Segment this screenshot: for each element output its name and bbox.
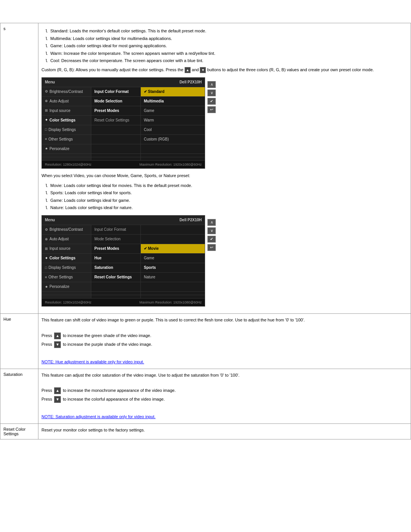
osd-up-button-2[interactable]: ∧: [207, 219, 216, 226]
osd-col2: [91, 135, 141, 144]
osd-col3: Custom (RGB): [141, 135, 205, 144]
osd-col1: ✦ Color Settings: [42, 254, 91, 263]
list-item: Nature: Loads color settings ideal for n…: [45, 204, 408, 211]
list-item: Cool: Decreases the color temperature. T…: [45, 58, 408, 64]
osd-col2: [91, 125, 141, 134]
osd-col1: ⊕ Auto Adjust: [42, 235, 91, 244]
preset-modes-list: Standard: Loads the monitor's default co…: [41, 28, 408, 64]
list-icon: ≡: [45, 275, 47, 280]
osd-col3: [141, 144, 205, 153]
section-content-s: Standard: Loads the monitor's default co…: [38, 23, 411, 314]
osd-col2: Preset Modes: [91, 106, 141, 115]
reset-content: Reset your monitor color settings to the…: [38, 424, 411, 439]
osd-row: ⊞ Input source Preset Modes ✔ Movie: [42, 244, 205, 253]
osd-col2: [91, 282, 141, 291]
video-modes-list: Movie: Loads color settings ideal for mo…: [41, 182, 408, 211]
color-icon: ✦: [45, 256, 48, 261]
osd-col2: Mode Selection: [91, 235, 141, 244]
osd-col3: Game: [141, 254, 205, 263]
osd-row: ★ Personalize: [42, 282, 205, 291]
osd-up-button[interactable]: ∧: [207, 81, 216, 88]
hue-description: This feature can shift color of video im…: [41, 317, 408, 324]
osd-header-2: Menu Dell P2X10H: [42, 216, 205, 225]
reset-description: Reset your monitor color settings to the…: [41, 427, 408, 434]
osd-row: □ Display Settings Cool: [42, 125, 205, 134]
hue-press-up: Press ▲ to increase the green shade of t…: [41, 332, 408, 339]
square-icon: □: [45, 127, 47, 132]
osd-row: [42, 153, 205, 157]
osd-row: ≡ Other Settings Custom (RGB): [42, 134, 205, 144]
osd-col3: [141, 225, 205, 234]
osd-back-button-2[interactable]: ↩: [207, 244, 216, 251]
osd-col1: □ Display Settings: [42, 263, 91, 272]
osd-col2: Reset Color Settings: [91, 116, 141, 125]
osd-row: ★ Personalize: [42, 144, 205, 153]
osd-row: ⊕ Auto Adjust Mode Selection Multimedia: [42, 96, 205, 106]
list-icon: ≡: [45, 136, 47, 142]
down-arrow-button-sat[interactable]: ▼: [54, 396, 61, 403]
osd-down-button-2[interactable]: ∨: [207, 227, 216, 234]
osd-col3: Cool: [141, 125, 205, 134]
osd-col3: Game: [141, 106, 205, 115]
osd-col2: Preset Modes: [91, 244, 141, 253]
osd-row: ⊕ Auto Adjust Mode Selection: [42, 234, 205, 244]
osd-col3: ✔ Standard: [141, 87, 205, 96]
osd-col1: ★ Personalize: [42, 282, 91, 291]
osd-col1: ✦ Color Settings: [42, 116, 91, 125]
osd-col2: Input Color Format: [91, 225, 141, 234]
square-icon: □: [45, 265, 47, 270]
osd-down-button[interactable]: ∨: [207, 89, 216, 96]
osd-col1: ≡ Other Settings: [42, 273, 91, 282]
list-item: Standard: Loads the monitor's default co…: [45, 28, 408, 35]
osd-col2: Reset Color Settings: [91, 273, 141, 282]
osd-row: ⚙ Brightness/Contrast Input Color Format: [42, 225, 205, 234]
color-icon: ✦: [45, 117, 48, 123]
osd-col3: ✔ Movie: [141, 244, 205, 253]
down-arrow-icon: ▼: [200, 67, 206, 73]
osd-row: [42, 291, 205, 295]
hue-note: NOTE: Hue adjustment is available only f…: [41, 359, 408, 366]
osd-row: ⚙ Brightness/Contrast Input Color Format…: [42, 87, 205, 96]
osd-col1: ⚙ Brightness/Contrast: [42, 87, 91, 96]
osd-col1: ⊕ Auto Adjust: [42, 97, 91, 106]
osd-col1: [42, 292, 91, 295]
osd-col1: [42, 154, 91, 157]
osd-footer-1: Resolution: 1280x1024@60Hz Maximum Resol…: [42, 160, 205, 168]
osd-col2: [91, 144, 141, 153]
osd-row: □ Display Settings Saturation Sports: [42, 263, 205, 272]
hue-content: This feature can shift color of video im…: [38, 314, 411, 369]
section-label-s: s: [0, 23, 38, 314]
osd-col1: ⊞ Input source: [42, 106, 91, 115]
saturation-press-down: Press ▼ to increase the colorful appeara…: [41, 396, 408, 403]
up-arrow-button[interactable]: ▲: [54, 332, 61, 339]
osd-controls-1: ∧ ∨ ✔ ↩: [207, 77, 216, 113]
osd-header-1: Menu Dell P2X10H: [42, 78, 205, 87]
osd-row: ⊞ Input source Preset Modes Game: [42, 106, 205, 115]
osd-col2: Hue: [91, 254, 141, 263]
list-item: Movie: Loads color settings ideal for mo…: [45, 182, 408, 189]
osd-col2: [91, 154, 141, 157]
osd-col3: [141, 295, 205, 298]
saturation-content: This feature can adjust the color satura…: [38, 369, 411, 423]
osd-check-button[interactable]: ✔: [207, 98, 216, 105]
custom-note: Custom (R, G, B): Allows you to manually…: [41, 67, 408, 73]
osd-menu-2: Menu Dell P2X10H ⚙ Brightness/Contrast I…: [41, 215, 408, 307]
osd-row: [42, 295, 205, 298]
list-item: Sports: Loads color settings ideal for s…: [45, 190, 408, 197]
osd-menu-1: Menu Dell P2X10H ⚙ Brightness/Contrast I…: [41, 77, 408, 169]
list-item: Multimedia: Loads color settings ideal f…: [45, 35, 408, 42]
osd-col2: Mode Selection: [91, 97, 141, 106]
osd-footer-2: Resolution: 1280x1024@60Hz Maximum Resol…: [42, 298, 205, 306]
osd-col1: ⊞ Input source: [42, 244, 91, 253]
osd-col3: Sports: [141, 263, 205, 272]
display-icon: ⊞: [45, 246, 48, 251]
osd-menu-box-2: Menu Dell P2X10H ⚙ Brightness/Contrast I…: [41, 215, 205, 307]
osd-back-button[interactable]: ↩: [207, 106, 216, 113]
down-arrow-button[interactable]: ▼: [54, 341, 61, 348]
osd-col3: [141, 235, 205, 244]
up-arrow-button-sat[interactable]: ▲: [54, 387, 61, 394]
osd-col3: Nature: [141, 273, 205, 282]
list-item: Warm: Increase the color temperature. Th…: [45, 50, 408, 57]
osd-check-button-2[interactable]: ✔: [207, 236, 216, 243]
osd-menu-box-1: Menu Dell P2X10H ⚙ Brightness/Contrast I…: [41, 77, 205, 169]
